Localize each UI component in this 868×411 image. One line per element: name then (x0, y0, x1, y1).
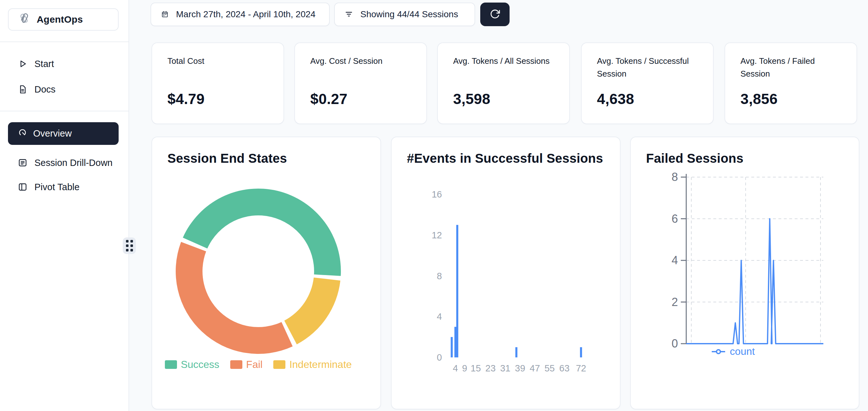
stat-label: Avg. Tokens / All Sessions (453, 55, 550, 67)
legend-swatch (165, 360, 177, 369)
stat-value: 3,856 (740, 90, 778, 108)
y-tick-label: 8 (437, 271, 442, 281)
legend-swatch (230, 360, 242, 369)
x-tick-label: 47 (530, 363, 540, 373)
stat-card-total-cost: Total Cost$4.79 (152, 42, 284, 124)
bar-events-37[interactable] (515, 347, 517, 357)
sidebar-divider-middle (0, 111, 128, 111)
calendar-icon (161, 10, 169, 19)
sidebar: AgentOps StartDocs OverviewSession Drill… (0, 0, 129, 411)
line-legend-marker-icon (711, 348, 726, 355)
y-tick-label: 0 (437, 352, 442, 362)
stat-card-avg-tokens-successful-session: Avg. Tokens / Successful Session4,638 (581, 42, 714, 124)
x-tick-label: 63 (559, 363, 569, 373)
sidebar-item-label: Overview (33, 128, 72, 139)
sidebar-item-label: Docs (34, 84, 56, 95)
x-tick-label: 55 (544, 363, 555, 373)
failed-sessions-legend: count (631, 346, 835, 357)
events-histogram-chart[interactable]: 0481216491523313947556372 (392, 137, 621, 410)
stat-card-avg-tokens-all-sessions: Avg. Tokens / All Sessions3,598 (437, 42, 570, 124)
sidebar-item-label: Start (34, 59, 54, 69)
play-icon (17, 58, 28, 69)
date-range-button[interactable]: March 27th, 2024 - April 10th, 2024 (151, 3, 330, 26)
y-tick-label: 12 (432, 230, 442, 240)
sidebar-resize-handle[interactable] (123, 237, 136, 254)
bar-events-4[interactable] (455, 327, 456, 357)
donut-slice-fail[interactable] (176, 242, 293, 354)
agentops-dashboard: { "app": { "name": "AgentOps" }, "sideba… (0, 0, 868, 411)
app-logo[interactable]: AgentOps (8, 8, 119, 31)
filter-icon (344, 10, 353, 19)
bar-events-72[interactable] (580, 347, 582, 357)
session-end-states-card: Session End States SuccessFailIndetermin… (152, 137, 381, 409)
x-tick-label: 31 (500, 363, 510, 373)
stat-value: 4,638 (597, 90, 634, 108)
legend-label: Fail (246, 359, 263, 371)
stat-card-avg-cost-session: Avg. Cost / Session$0.27 (294, 42, 427, 124)
x-tick-label: 72 (576, 363, 586, 373)
stat-value: $4.79 (167, 90, 205, 108)
y-tick-label: 6 (672, 212, 678, 225)
x-tick-label: 15 (471, 363, 481, 373)
x-tick-label: 9 (462, 363, 467, 373)
legend-item-count[interactable]: count (711, 346, 755, 357)
legend-label: Indeterminate (289, 359, 352, 371)
x-tick-label: 4 (453, 363, 458, 373)
session-list-icon (17, 157, 28, 168)
bar-events-5[interactable] (456, 225, 458, 357)
legend-label: count (730, 346, 755, 357)
sidebar-item-label: Session Drill-Down (34, 158, 113, 168)
sidebar-item-pivot-table[interactable]: Pivot Table (0, 175, 128, 199)
gauge-icon (18, 128, 27, 140)
stat-value: 3,598 (453, 90, 491, 108)
stat-value: $0.27 (310, 90, 348, 108)
sidebar-item-overview[interactable]: Overview (8, 122, 119, 145)
count-series-line[interactable] (686, 219, 824, 344)
sessions-filter-label: Showing 44/44 Sessions (360, 9, 458, 20)
legend-label: Success (181, 359, 219, 371)
legend-swatch (273, 360, 285, 369)
sidebar-divider-top (0, 41, 128, 42)
failed-sessions-card: Failed Sessions 02468 count (630, 137, 859, 409)
paperclip-logo-icon (17, 11, 32, 27)
stat-label: Avg. Tokens / Successful Session (597, 55, 700, 80)
x-tick-label: 23 (485, 363, 496, 373)
y-tick-label: 2 (672, 295, 678, 309)
legend-item-indeterminate[interactable]: Indeterminate (273, 359, 352, 371)
date-range-label: March 27th, 2024 - April 10th, 2024 (176, 9, 315, 20)
y-tick-label: 4 (672, 254, 678, 267)
y-tick-label: 16 (432, 189, 442, 200)
y-tick-label: 4 (437, 312, 442, 322)
refresh-icon (489, 8, 501, 21)
failed-sessions-chart[interactable]: 02468 (631, 137, 860, 410)
events-histogram-card: #Events in Successful Sessions 048121649… (391, 137, 621, 409)
legend-item-fail[interactable]: Fail (230, 359, 263, 371)
donut-slice-success[interactable] (183, 188, 341, 276)
donut-slice-indeterminate[interactable] (284, 277, 341, 344)
sessions-filter-button[interactable]: Showing 44/44 Sessions (334, 3, 475, 26)
donut-legend: SuccessFailIndeterminate (152, 359, 365, 371)
stat-label: Total Cost (167, 55, 205, 67)
legend-item-success[interactable]: Success (165, 359, 219, 371)
sidebar-item-start[interactable]: Start (0, 52, 128, 76)
stat-label: Avg. Cost / Session (310, 55, 382, 67)
x-tick-label: 39 (515, 363, 525, 373)
bar-events-2[interactable] (451, 337, 453, 357)
sidebar-item-docs[interactable]: Docs (0, 77, 128, 101)
sidebar-item-session-drill-down[interactable]: Session Drill-Down (0, 151, 128, 175)
refresh-button[interactable] (480, 3, 509, 26)
app-title: AgentOps (37, 14, 83, 25)
pivot-panel-icon (17, 182, 28, 193)
sidebar-item-label: Pivot Table (34, 182, 80, 193)
y-tick-label: 8 (672, 170, 678, 183)
docs-icon (17, 84, 28, 95)
stat-label: Avg. Tokens / Failed Session (740, 55, 844, 80)
stat-card-avg-tokens-failed-session: Avg. Tokens / Failed Session3,856 (724, 42, 857, 124)
